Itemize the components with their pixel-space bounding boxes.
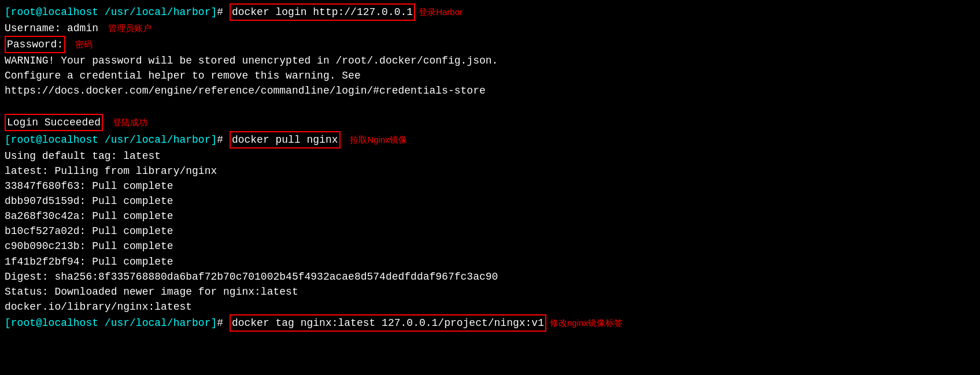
terminal-text: docker.io/library/nginx:latest — [5, 299, 192, 314]
terminal-line: [root@localhost /usr/local/harbor]# dock… — [5, 3, 975, 21]
terminal-text: Digest: sha256:8f335768880da6baf72b70c70… — [5, 269, 498, 284]
chinese-annotation: 拉取Nginx镜像 — [350, 133, 406, 146]
terminal-text: 1f41b2f2bf94: Pull complete — [5, 254, 173, 269]
terminal-text: Configure a credential helper to remove … — [5, 68, 361, 83]
chinese-annotation: 管理员账户 — [108, 22, 151, 35]
terminal-text: https://docs.docker.com/engine/reference… — [5, 83, 486, 98]
terminal-line — [5, 99, 975, 114]
terminal-line: 33847f680f63: Pull complete — [5, 179, 975, 194]
terminal-line: Login Succeeded 登陆成功 — [5, 114, 975, 131]
terminal-text — [65, 37, 72, 52]
prompt-host: [root@localhost /usr/local/harbor] — [5, 132, 217, 147]
terminal-text: Username: admin — [5, 21, 105, 36]
terminal-text: dbb907d5159d: Pull complete — [5, 194, 173, 209]
terminal-text: 33847f680f63: Pull complete — [5, 179, 173, 194]
terminal-line: docker.io/library/nginx:latest — [5, 299, 975, 314]
highlighted-command: Password: — [5, 36, 65, 53]
terminal-line: Digest: sha256:8f335768880da6baf72b70c70… — [5, 269, 975, 284]
highlighted-command: docker login http://127.0.0.1 — [230, 3, 415, 21]
highlighted-command: docker pull nginx — [230, 131, 341, 148]
terminal-line: c90b090c213b: Pull complete — [5, 239, 975, 254]
terminal-text: Using default tag: latest — [5, 148, 161, 164]
terminal-line: Configure a credential helper to remove … — [5, 68, 975, 83]
chinese-annotation: 登陆成功 — [113, 116, 147, 129]
terminal-line: 1f41b2f2bf94: Pull complete — [5, 254, 975, 269]
terminal-line: b10cf527a02d: Pull complete — [5, 224, 975, 239]
terminal-line: Username: admin 管理员账户 — [5, 21, 975, 36]
chinese-annotation: 密码 — [75, 38, 93, 51]
terminal-text: # — [217, 5, 230, 20]
terminal-line: Status: Downloaded newer image for nginx… — [5, 284, 975, 299]
terminal-line: [root@localhost /usr/local/harbor]# dock… — [5, 131, 975, 148]
highlighted-command: Login Succeeded — [5, 114, 103, 131]
terminal-line: 8a268f30c42a: Pull complete — [5, 209, 975, 224]
terminal-text: WARNING! Your password will be stored un… — [5, 53, 498, 68]
terminal-text: # — [217, 315, 230, 331]
chinese-annotation: 修改nginx镜像标签 — [550, 317, 623, 329]
terminal-line: Password: 密码 — [5, 36, 975, 53]
terminal-line: WARNING! Your password will be stored un… — [5, 53, 975, 68]
terminal-text — [103, 115, 109, 130]
prompt-host: [root@localhost /usr/local/harbor] — [5, 315, 217, 331]
chinese-annotation: 登录Harbor — [419, 6, 463, 18]
prompt-host: [root@localhost /usr/local/harbor] — [5, 5, 217, 20]
highlighted-command: docker tag nginx:latest 127.0.0.1/projec… — [230, 314, 546, 332]
terminal-line: Using default tag: latest — [5, 148, 975, 164]
terminal-text: 8a268f30c42a: Pull complete — [5, 209, 173, 224]
terminal-line: https://docs.docker.com/engine/reference… — [5, 83, 975, 98]
terminal-text: latest: Pulling from library/nginx — [5, 164, 217, 179]
terminal-text: # — [217, 132, 230, 147]
terminal-text — [341, 132, 347, 147]
terminal-line: latest: Pulling from library/nginx — [5, 164, 975, 179]
terminal-text: Status: Downloaded newer image for nginx… — [5, 284, 298, 299]
terminal-window: [root@localhost /usr/local/harbor]# dock… — [5, 3, 975, 332]
terminal-line: [root@localhost /usr/local/harbor]# dock… — [5, 314, 975, 332]
terminal-line: dbb907d5159d: Pull complete — [5, 194, 975, 209]
terminal-text: b10cf527a02d: Pull complete — [5, 224, 173, 239]
terminal-text: c90b090c213b: Pull complete — [5, 239, 173, 254]
